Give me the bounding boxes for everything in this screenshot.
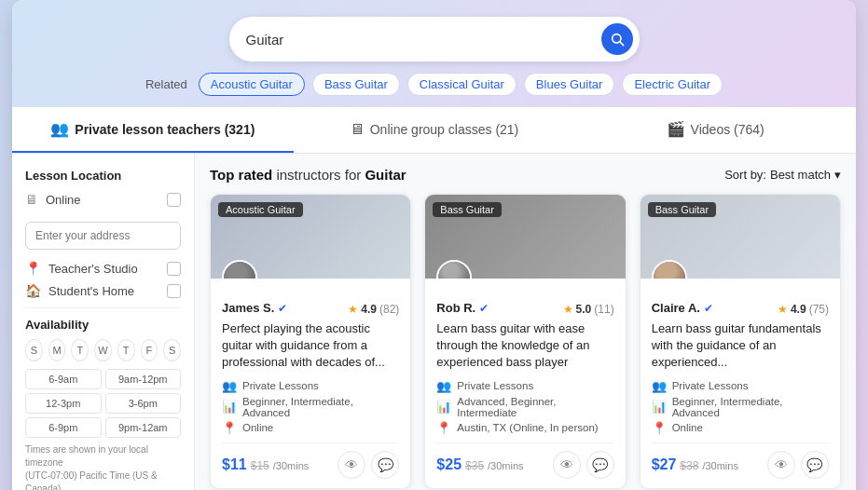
rating-val-1: 5.0 — [576, 303, 592, 316]
lessons-type-1: Private Lessons — [457, 380, 533, 391]
card-footer-2: $27 $38 /30mins 👁 💬 — [652, 442, 829, 479]
rating-val-0: 4.9 — [361, 303, 377, 316]
location-0: Online — [242, 422, 273, 433]
lessons-icon-0: 👥 — [222, 379, 237, 393]
instructor-card-0: Acoustic Guitar James S. ✔ ★ — [210, 194, 411, 489]
time-grid: 6-9am 9am-12pm 12-3pm 3-6pm 6-9pm 9pm-12… — [25, 369, 181, 438]
videos-tab-count: (764) — [734, 122, 765, 137]
card-meta-0: 👥 Private Lessons 📊 Beginner, Intermedia… — [222, 379, 399, 435]
teachers-studio-label: Teacher's Studio — [48, 262, 138, 276]
message-btn-1[interactable]: 💬 — [586, 451, 614, 479]
price-original-2: $38 — [680, 459, 698, 472]
price-current-1: $25 — [436, 456, 462, 473]
card-meta-lessons-2: 👥 Private Lessons — [652, 379, 829, 393]
view-btn-0[interactable]: 👁 — [338, 451, 365, 479]
rating-val-2: 4.9 — [791, 303, 806, 316]
price-original-1: $35 — [465, 459, 484, 472]
card-meta-lessons-0: 👥 Private Lessons — [222, 379, 399, 393]
videos-tab-icon: 🎬 — [667, 120, 685, 138]
tabs-bar: 👥 Private lesson teachers (321) 🖥 Online… — [12, 107, 856, 154]
message-btn-0[interactable]: 💬 — [371, 451, 399, 479]
students-home-option: 🏠 Student's Home — [25, 283, 181, 298]
private-tab-label: Private lesson teachers (321) — [75, 122, 255, 137]
location-icon-2: 📍 — [652, 421, 667, 435]
students-home-label: Student's Home — [48, 284, 134, 298]
address-input[interactable] — [25, 222, 181, 250]
instructor-card-2: Bass Guitar Claire A. ✔ ★ — [640, 194, 841, 489]
card-image-1: Bass Guitar — [425, 195, 625, 279]
card-desc-2: Learn bass guitar fundamentals with the … — [652, 320, 829, 372]
message-btn-2[interactable]: 💬 — [801, 451, 829, 479]
search-button[interactable] — [601, 23, 633, 55]
time-12-3pm[interactable]: 12-3pm — [25, 393, 102, 414]
card-meta-levels-2: 📊 Beginner, Intermediate, Advanced — [652, 396, 829, 418]
day-sun[interactable]: S — [25, 339, 43, 361]
day-sat[interactable]: S — [163, 339, 181, 361]
lessons-icon-2: 👥 — [652, 379, 667, 393]
search-icon — [610, 32, 625, 47]
time-9am-12pm[interactable]: 9am-12pm — [105, 369, 182, 389]
card-badge-0: Acoustic Guitar — [218, 202, 303, 217]
tab-videos[interactable]: 🎬 Videos (764) — [574, 107, 856, 153]
time-3-6pm[interactable]: 3-6pm — [105, 393, 182, 414]
tag-bass[interactable]: Bass Guitar — [312, 73, 400, 96]
students-home-checkbox[interactable] — [167, 284, 181, 298]
results-title-top-rated: Top rated — [210, 167, 272, 183]
private-tab-count: (321) — [225, 122, 255, 137]
day-mon[interactable]: M — [48, 339, 66, 361]
tag-classical[interactable]: Classical Guitar — [407, 73, 517, 96]
price-current-2: $27 — [652, 456, 677, 473]
online-icon: 🖥 — [25, 192, 38, 207]
star-icon-2: ★ — [778, 303, 788, 316]
timezone-note: Times are shown in your local timezone(U… — [25, 443, 181, 490]
card-image-0: Acoustic Guitar — [211, 195, 410, 279]
card-actions-0: 👁 💬 — [338, 451, 399, 479]
card-desc-1: Learn bass guitar with ease through the … — [436, 320, 613, 372]
tab-private[interactable]: 👥 Private lesson teachers (321) — [12, 107, 294, 153]
time-6-9am[interactable]: 6-9am — [25, 369, 102, 389]
sidebar: Lesson Location 🖥 Online 📍 Teacher's Stu… — [12, 154, 195, 490]
price-current-0: $11 — [222, 456, 247, 473]
time-6-9pm[interactable]: 6-9pm — [25, 417, 102, 438]
view-btn-1[interactable]: 👁 — [553, 451, 581, 479]
levels-icon-0: 📊 — [222, 400, 237, 414]
view-btn-2[interactable]: 👁 — [767, 451, 795, 479]
search-input[interactable] — [246, 32, 601, 48]
card-meta-location-0: 📍 Online — [222, 421, 399, 435]
rating-count-1: (11) — [594, 303, 613, 316]
online-option: 🖥 Online — [25, 192, 181, 207]
verified-icon-1: ✔ — [479, 302, 489, 315]
videos-tab-label: Videos (764) — [691, 122, 765, 137]
location-icon-0: 📍 — [222, 421, 237, 435]
tab-group[interactable]: 🖥 Online group classes (21) — [294, 107, 575, 153]
time-9pm-12am[interactable]: 9pm-12am — [105, 417, 182, 438]
card-footer-0: $11 $15 /30mins 👁 💬 — [222, 442, 399, 479]
online-checkbox[interactable] — [167, 193, 181, 207]
availability-title: Availability — [25, 318, 181, 332]
sort-value: Best match — [770, 168, 831, 182]
instructor-name-row-0: James S. ✔ — [222, 301, 287, 315]
days-row: S M T W T F S — [25, 339, 181, 361]
day-tue[interactable]: T — [71, 339, 89, 361]
day-wed[interactable]: W — [94, 339, 112, 361]
search-area: Related Acoustic Guitar Bass Guitar Clas… — [12, 0, 856, 107]
tag-acoustic[interactable]: Acoustic Guitar — [199, 73, 305, 96]
avatar-img-2 — [654, 262, 685, 279]
day-thu[interactable]: T — [117, 339, 135, 361]
results-title-middle: instructors for — [276, 167, 365, 183]
teachers-studio-checkbox[interactable] — [167, 262, 181, 276]
avatar-img-1 — [438, 262, 470, 279]
tag-blues[interactable]: Blues Guitar — [524, 73, 615, 96]
day-fri[interactable]: F — [141, 339, 158, 361]
star-icon-0: ★ — [348, 303, 358, 316]
teachers-studio-option: 📍 Teacher's Studio — [25, 261, 181, 276]
results-title-keyword: Guitar — [365, 167, 406, 183]
levels-icon-1: 📊 — [436, 400, 451, 414]
home-icon: 🏠 — [25, 283, 41, 298]
levels-2: Beginner, Intermediate, Advanced — [672, 396, 829, 418]
instructor-line-2: Claire A. ✔ ★ 4.9 (75) — [652, 301, 829, 317]
tag-electric[interactable]: Electric Guitar — [622, 73, 723, 96]
sort-by[interactable]: Sort by: Best match ▾ — [724, 168, 841, 182]
instructor-line-1: Rob R. ✔ ★ 5.0 (11) — [436, 301, 613, 317]
levels-0: Beginner, Intermediate, Advanced — [242, 396, 399, 418]
